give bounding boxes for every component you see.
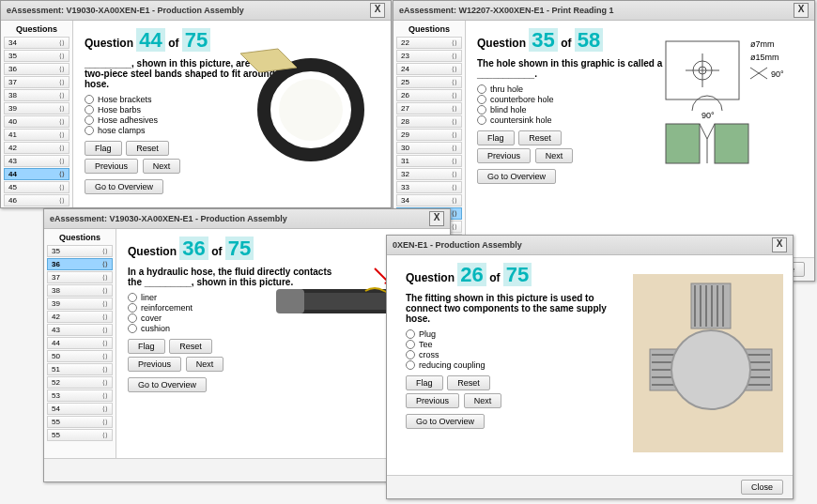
option-label: reinforcement (141, 303, 193, 313)
question-nav-item[interactable]: 34⟨⟩ (4, 37, 69, 49)
reset-button[interactable]: Reset (518, 130, 562, 145)
question-nav-item[interactable]: 39⟨⟩ (4, 102, 69, 115)
flag-button[interactable]: Flag (477, 130, 515, 145)
option-label: thru hole (490, 84, 523, 94)
question-nav-item[interactable]: 41⟨⟩ (4, 129, 69, 141)
status-icon: ⟨⟩ (452, 131, 457, 139)
question-nav-item[interactable]: 22⟨⟩ (396, 37, 462, 49)
question-nav-item[interactable]: 29⟨⟩ (396, 129, 462, 141)
question-nav-item[interactable]: 53⟨⟩ (47, 389, 113, 402)
radio-icon (477, 95, 486, 104)
reset-button[interactable]: Reset (447, 375, 490, 390)
question-nav-item[interactable]: 38⟨⟩ (4, 89, 69, 101)
close-icon[interactable]: X (370, 3, 385, 18)
status-icon: ⟨⟩ (452, 223, 457, 231)
next-button[interactable]: Next (464, 393, 502, 408)
question-nav-item[interactable]: 46⟨⟩ (4, 194, 69, 206)
close-button[interactable]: Close (741, 480, 783, 495)
radio-icon (477, 84, 486, 94)
question-nav-item[interactable]: 32⟨⟩ (396, 168, 462, 180)
total-number: 58 (575, 28, 603, 52)
question-nav-item[interactable]: 24⟨⟩ (396, 63, 462, 75)
question-number: 31 (401, 157, 409, 165)
question-nav-item[interactable]: 27⟨⟩ (396, 102, 462, 115)
flag-button[interactable]: Flag (85, 141, 122, 156)
status-icon: ⟨⟩ (102, 287, 108, 295)
question-nav-item[interactable]: 31⟨⟩ (396, 155, 462, 167)
previous-button[interactable]: Previous (406, 393, 459, 408)
radio-icon (406, 329, 415, 339)
status-icon: ⟨⟩ (102, 300, 108, 308)
next-button[interactable]: Next (186, 357, 224, 372)
status-icon: ⟨⟩ (59, 66, 65, 73)
question-number: 39 (52, 299, 60, 308)
question-nav-item[interactable]: 33⟨⟩ (396, 181, 462, 193)
question-nav-item[interactable]: 35⟨⟩ (4, 50, 69, 62)
status-icon: ⟨⟩ (102, 432, 108, 439)
overview-button[interactable]: Go to Overview (477, 169, 556, 184)
question-nav-item[interactable]: 44⟨⟩ (47, 337, 113, 349)
question-nav-item[interactable]: 36⟨⟩ (4, 63, 69, 75)
reset-button[interactable]: Reset (126, 141, 169, 156)
question-nav-item[interactable]: 37⟨⟩ (4, 76, 69, 88)
overview-button[interactable]: Go to Overview (85, 179, 163, 194)
flag-button[interactable]: Flag (406, 375, 443, 390)
flag-button[interactable]: Flag (128, 339, 165, 354)
radio-icon (406, 340, 415, 349)
previous-button[interactable]: Previous (85, 159, 138, 174)
next-button[interactable]: Next (535, 148, 574, 163)
status-icon: ⟨⟩ (452, 145, 457, 152)
question-nav-item[interactable]: 26⟨⟩ (396, 89, 462, 101)
question-nav-item[interactable]: 23⟨⟩ (396, 50, 462, 62)
question-number: 43 (8, 157, 17, 165)
question-nav-item[interactable]: 44⟨⟩ (4, 168, 69, 180)
question-nav-item[interactable]: 36⟨⟩ (47, 258, 113, 270)
question-nav-item[interactable]: 55⟨⟩ (47, 416, 113, 428)
question-nav-item[interactable]: 43⟨⟩ (4, 155, 69, 167)
close-icon[interactable]: X (794, 3, 809, 18)
question-nav-item[interactable]: 54⟨⟩ (47, 403, 113, 415)
question-number: 22 (401, 38, 409, 47)
question-nav-item[interactable]: 45⟨⟩ (4, 181, 69, 193)
status-icon: ⟨⟩ (452, 171, 457, 178)
next-button[interactable]: Next (143, 159, 181, 174)
question-nav-item[interactable]: 35⟨⟩ (47, 245, 113, 257)
option-label: Plug (419, 329, 436, 339)
radio-icon (477, 115, 486, 125)
overview-button[interactable]: Go to Overview (128, 377, 207, 392)
question-nav-item[interactable]: 37⟨⟩ (47, 271, 113, 283)
status-icon: ⟨⟩ (59, 53, 65, 60)
radio-icon (85, 105, 94, 115)
question-nav-item[interactable]: 28⟨⟩ (396, 115, 462, 128)
question-nav-item[interactable]: 42⟨⟩ (47, 311, 113, 323)
overview-button[interactable]: Go to Overview (406, 414, 485, 429)
question-number: 54 (52, 405, 60, 413)
question-nav-item[interactable]: 39⟨⟩ (47, 298, 113, 310)
question-nav-item[interactable]: 55⟨⟩ (47, 429, 113, 441)
reset-button[interactable]: Reset (169, 339, 212, 354)
question-nav-item[interactable]: 42⟨⟩ (4, 142, 69, 154)
question-nav-item[interactable]: 38⟨⟩ (47, 284, 113, 297)
close-icon[interactable]: X (772, 237, 787, 252)
question-number: 32 (401, 170, 409, 178)
question-nav-item[interactable]: 40⟨⟩ (4, 115, 69, 128)
radio-icon (128, 303, 137, 313)
titlebar: eAssessment: V19030-XA00XEN-E1 - Product… (44, 209, 450, 229)
question-number: 28 (401, 117, 409, 126)
status-icon: ⟨⟩ (59, 105, 65, 113)
question-nav-item[interactable]: 51⟨⟩ (47, 363, 113, 375)
question-nav-item[interactable]: 52⟨⟩ (47, 376, 113, 389)
question-nav-item[interactable]: 43⟨⟩ (47, 324, 113, 336)
option-label: liner (141, 293, 157, 302)
status-icon: ⟨⟩ (452, 184, 457, 191)
option-label: Hose brackets (98, 95, 152, 104)
question-nav-item[interactable]: 50⟨⟩ (47, 350, 113, 362)
option-label: hose clamps (98, 126, 146, 135)
question-nav-item[interactable]: 34⟨⟩ (396, 194, 462, 206)
current-number: 36 (179, 237, 208, 260)
close-icon[interactable]: X (429, 211, 444, 226)
question-nav-item[interactable]: 30⟨⟩ (396, 142, 462, 154)
previous-button[interactable]: Previous (477, 148, 531, 163)
previous-button[interactable]: Previous (128, 357, 181, 372)
question-nav-item[interactable]: 25⟨⟩ (396, 76, 462, 88)
